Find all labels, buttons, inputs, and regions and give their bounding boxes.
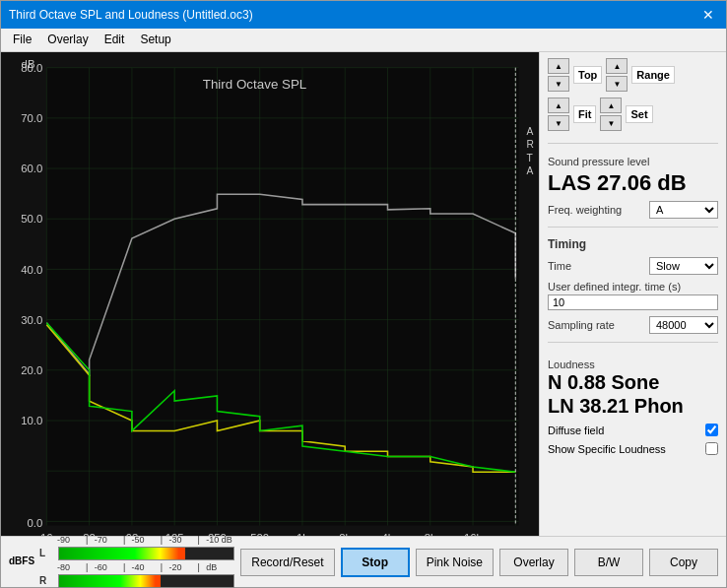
set-down-button[interactable]: ▼ <box>600 115 622 131</box>
range-label[interactable]: Range <box>631 66 675 84</box>
overlay-button[interactable]: Overlay <box>499 549 568 576</box>
copy-button[interactable]: Copy <box>649 549 718 576</box>
fit-set-controls: ▲ ▼ Fit ▲ ▼ Set <box>548 98 718 131</box>
tick-r-db: dB <box>206 562 234 572</box>
svg-text:70.0: 70.0 <box>21 112 42 124</box>
menu-edit[interactable]: Edit <box>97 31 133 49</box>
stop-button[interactable]: Stop <box>341 548 410 577</box>
tick-l-10: -10 dB <box>206 535 234 545</box>
tick-sep3: | <box>161 535 169 545</box>
svg-text:50.0: 50.0 <box>21 213 42 225</box>
main-window: Third Octave SPL and Loudness (Untitled.… <box>0 0 727 588</box>
close-button[interactable]: ✕ <box>698 7 718 23</box>
dbfs-section: dBFS -90 | -70 | -50 | -30 | -10 dB <box>9 535 234 589</box>
svg-text:8k: 8k <box>425 532 436 536</box>
tick-l-90: -90 <box>57 535 86 545</box>
fit-down-button[interactable]: ▼ <box>548 115 569 131</box>
svg-rect-1 <box>46 68 518 526</box>
tick-r-40: -40 <box>132 562 161 572</box>
set-up-button[interactable]: ▲ <box>600 98 622 113</box>
set-label[interactable]: Set <box>626 105 652 123</box>
svg-text:16k: 16k <box>464 532 483 536</box>
record-reset-button[interactable]: Record/Reset <box>240 549 334 576</box>
svg-text:10.0: 10.0 <box>21 415 42 426</box>
time-select[interactable]: Fast Slow Impulse <box>649 257 718 275</box>
top-up-button[interactable]: ▲ <box>548 58 569 74</box>
time-label: Time <box>548 260 571 272</box>
l-level-bar <box>58 547 234 560</box>
divider-3 <box>548 342 718 343</box>
svg-text:R: R <box>527 139 534 150</box>
menu-setup[interactable]: Setup <box>132 31 178 49</box>
divider-1 <box>548 143 718 144</box>
svg-text:4k: 4k <box>382 532 394 536</box>
svg-text:A: A <box>527 165 534 176</box>
freq-weighting-label: Freq. weighting <box>548 204 622 216</box>
fit-group: ▲ ▼ <box>548 98 569 131</box>
divider-2 <box>548 227 718 228</box>
top-down-button[interactable]: ▼ <box>548 76 569 92</box>
time-row: Time Fast Slow Impulse <box>548 257 718 275</box>
menu-overlay[interactable]: Overlay <box>39 31 96 49</box>
r-label: R <box>39 575 55 586</box>
fit-up-button[interactable]: ▲ <box>548 98 569 113</box>
show-specific-row: Show Specific Loudness <box>548 442 718 455</box>
freq-weighting-row: Freq. weighting A C Z <box>548 201 718 219</box>
tick-sep8: | <box>197 562 206 572</box>
tick-l-50: -50 <box>132 535 161 545</box>
loudness-section-label: Loudness <box>548 359 718 370</box>
sampling-rate-label: Sampling rate <box>548 319 615 331</box>
svg-text:16: 16 <box>40 532 53 536</box>
svg-text:2k: 2k <box>339 532 351 536</box>
bw-button[interactable]: B/W <box>574 549 643 576</box>
bottom-bar: dBFS -90 | -70 | -50 | -30 | -10 dB <box>1 536 726 587</box>
svg-text:250: 250 <box>208 532 227 536</box>
svg-text:A: A <box>527 126 534 137</box>
ln-value: LN 38.21 Phon <box>548 394 718 418</box>
diffuse-field-checkbox[interactable] <box>705 424 718 436</box>
svg-text:40.0: 40.0 <box>21 264 42 276</box>
svg-text:20.0: 20.0 <box>21 364 42 376</box>
menu-bar: File Overlay Edit Setup <box>1 29 726 52</box>
svg-text:0.0: 0.0 <box>27 517 42 529</box>
svg-text:T: T <box>527 153 534 163</box>
user-integr-input[interactable] <box>548 294 718 310</box>
tick-sep6: | <box>123 562 132 572</box>
svg-text:500: 500 <box>250 532 269 536</box>
show-specific-label: Show Specific Loudness <box>548 443 666 455</box>
user-integr-label: User defined integr. time (s) <box>548 281 681 293</box>
n-value: N 0.88 Sone <box>548 370 718 394</box>
tick-sep2: | <box>123 535 132 545</box>
range-down-button[interactable]: ▼ <box>606 76 628 92</box>
tick-sep5: | <box>86 562 95 572</box>
pink-noise-button[interactable]: Pink Noise <box>416 549 494 576</box>
set-group: ▲ ▼ <box>600 98 622 131</box>
sampling-rate-select[interactable]: 44100 48000 96000 <box>649 316 718 334</box>
svg-text:125: 125 <box>165 532 184 536</box>
fit-label[interactable]: Fit <box>573 105 596 123</box>
spl-value: LAS 27.06 dB <box>548 171 718 195</box>
range-up-button[interactable]: ▲ <box>606 58 628 74</box>
spl-section-label: Sound pressure level <box>548 156 718 167</box>
svg-text:Third Octave SPL: Third Octave SPL <box>203 76 307 91</box>
sampling-rate-row: Sampling rate 44100 48000 96000 <box>548 316 718 334</box>
tick-l-70: -70 <box>95 535 123 545</box>
menu-file[interactable]: File <box>5 31 39 49</box>
top-label[interactable]: Top <box>573 66 602 84</box>
svg-text:63: 63 <box>126 532 139 536</box>
main-content: 80.0 70.0 60.0 50.0 40.0 30.0 20.0 10.0 … <box>1 52 726 536</box>
right-panel: ▲ ▼ Top ▲ ▼ Range ▲ ▼ Fit ▲ ▼ <box>539 52 726 536</box>
user-integr-row: User defined integr. time (s) <box>548 281 718 310</box>
dbfs-label: dBFS <box>9 555 36 566</box>
action-buttons: Record/Reset Stop Pink Noise Overlay B/W… <box>240 548 718 577</box>
tick-r-80: -80 <box>57 562 86 572</box>
svg-text:60.0: 60.0 <box>21 163 42 174</box>
l-label: L <box>39 548 55 558</box>
svg-text:dB: dB <box>22 58 35 70</box>
tick-l-30: -30 <box>168 535 197 545</box>
svg-text:32: 32 <box>83 532 96 536</box>
diffuse-field-label: Diffuse field <box>548 425 604 436</box>
chart-area: 80.0 70.0 60.0 50.0 40.0 30.0 20.0 10.0 … <box>1 52 539 536</box>
freq-weighting-select[interactable]: A C Z <box>649 201 718 219</box>
show-specific-checkbox[interactable] <box>705 442 718 455</box>
